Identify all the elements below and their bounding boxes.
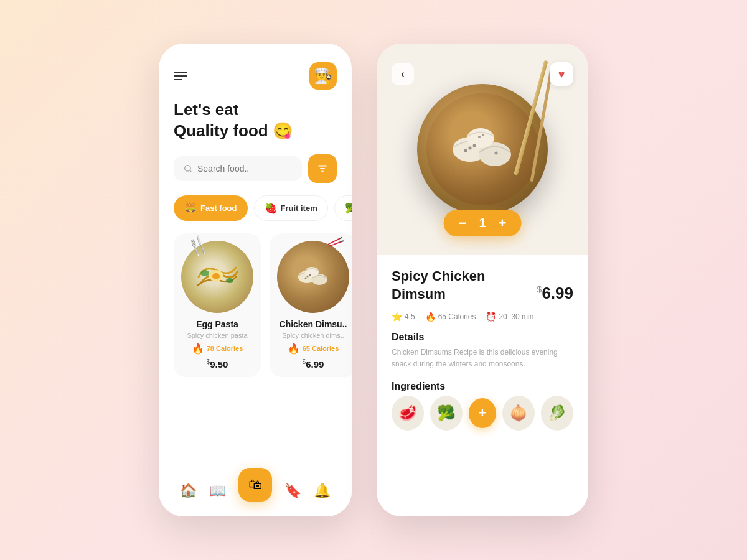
cart-fab-button[interactable]: 🛍 xyxy=(238,468,272,502)
svg-point-6 xyxy=(212,273,220,279)
svg-point-13 xyxy=(309,274,311,276)
search-row xyxy=(159,154,352,195)
avatar-emoji: 👨‍🍳 xyxy=(314,67,332,85)
bookmark-nav-icon[interactable]: 🔖 xyxy=(284,483,301,499)
greeting-line2: Quality food 😋 xyxy=(174,121,293,140)
dish-title: Spicy Chicken Dimsum xyxy=(392,268,537,303)
left-phone: 👨‍🍳 Let's eat Quality food 😋 🍔 Fa xyxy=(159,44,352,516)
left-header: 👨‍🍳 xyxy=(159,44,352,100)
search-box xyxy=(174,156,302,181)
favorite-button[interactable]: ♥ xyxy=(550,62,573,86)
fruit-emoji: 🍓 xyxy=(265,202,277,214)
hero-bowl xyxy=(417,84,548,215)
svg-point-23 xyxy=(495,152,498,155)
bottom-nav: 🏠 📖 🛍 🔖 🔔 xyxy=(159,469,352,516)
category-row: 🍔 Fast food 🍓 Fruit item 🥦 Veget.. xyxy=(159,195,352,233)
dimsum-calories: 65 Calories xyxy=(303,345,339,352)
food-card-chicken-dimsum[interactable]: 🥢 xyxy=(270,233,352,377)
greeting-section: Let's eat Quality food 😋 xyxy=(159,100,352,154)
fire-icon: 🔥 xyxy=(192,343,204,355)
fast-food-label: Fast food xyxy=(200,203,237,213)
category-fruit-item[interactable]: 🍓 Fruit item xyxy=(254,195,328,221)
svg-point-17 xyxy=(467,128,494,148)
filter-button[interactable] xyxy=(308,154,337,183)
back-button[interactable]: ‹ xyxy=(392,63,414,85)
dimsum-desc: Spicy chicken dims.. xyxy=(277,332,349,339)
svg-point-19 xyxy=(473,144,476,147)
ingredient-broccoli: 🥦 xyxy=(430,396,463,431)
category-fast-food[interactable]: 🍔 Fast food xyxy=(174,195,248,221)
dimsum-image xyxy=(277,241,349,313)
star-icon: ⭐ xyxy=(392,312,402,322)
quantity-pill: − 1 + xyxy=(444,210,522,236)
more-ingredients-button[interactable]: + xyxy=(469,398,496,428)
fire-icon-2: 🔥 xyxy=(288,343,300,355)
dish-price: $6.99 xyxy=(537,284,573,303)
right-phone: − 1 + ‹ ♥ Spicy Chicken Dimsum xyxy=(377,44,588,516)
dimsum-calories-row: 🔥 65 Calories xyxy=(277,343,349,355)
category-vegetable[interactable]: 🥦 Veget.. xyxy=(334,195,352,221)
bell-nav-icon[interactable]: 🔔 xyxy=(314,483,331,499)
time-item: ⏰ 20–30 min xyxy=(486,312,533,322)
veg-emoji: 🥦 xyxy=(345,202,352,214)
clock-icon: ⏰ xyxy=(486,312,496,322)
search-input[interactable] xyxy=(197,164,292,174)
svg-point-7 xyxy=(200,270,209,276)
dimsum-name: Chicken Dimsu.. xyxy=(277,319,349,329)
rating-value: 4.5 xyxy=(405,312,415,321)
filter-icon xyxy=(317,163,328,174)
fire-icon-detail: 🔥 xyxy=(425,312,436,322)
greeting-line1: Let's eat xyxy=(174,100,238,119)
pasta-name: Egg Pasta xyxy=(181,319,253,329)
svg-point-22 xyxy=(482,134,484,136)
ingredients-title: Ingredients xyxy=(392,381,573,392)
ingredients-row: 🥩 🥦 + 🧅 🥬 xyxy=(392,396,573,431)
dimsum-price: $6.99 xyxy=(277,358,349,370)
food-card-egg-pasta[interactable]: 🍴 xyxy=(174,233,261,377)
pasta-calories-row: 🔥 78 Calories xyxy=(181,343,253,355)
quantity-plus-button[interactable]: + xyxy=(499,217,507,230)
ingredient-cabbage: 🥬 xyxy=(541,396,573,431)
heart-icon: ♥ xyxy=(558,68,565,81)
pasta-desc: Spicy chicken pasta xyxy=(181,332,253,339)
svg-point-21 xyxy=(478,136,481,138)
svg-point-20 xyxy=(464,149,467,152)
fast-food-emoji: 🍔 xyxy=(184,202,197,214)
book-nav-icon[interactable]: 📖 xyxy=(209,483,226,499)
search-icon xyxy=(184,164,192,174)
rating-item: ⭐ 4.5 xyxy=(392,312,415,322)
meta-row: ⭐ 4.5 🔥 65 Calories ⏰ 20–30 min xyxy=(392,312,573,322)
ingredient-onion: 🧅 xyxy=(502,396,535,431)
right-content: − 1 + ‹ ♥ Spicy Chicken Dimsum xyxy=(377,44,588,516)
right-details: Spicy Chicken Dimsum $6.99 ⭐ 4.5 🔥 65 Ca… xyxy=(377,255,588,437)
calories-value: 65 Calories xyxy=(438,312,476,321)
menu-button[interactable] xyxy=(174,72,187,80)
home-nav-icon[interactable]: 🏠 xyxy=(180,483,197,499)
svg-point-8 xyxy=(226,278,233,283)
details-description: Chicken Dimsums Recipe is this delicious… xyxy=(392,347,573,370)
ingredient-meat: 🥩 xyxy=(392,396,424,431)
svg-line-1 xyxy=(190,170,192,172)
svg-point-18 xyxy=(469,147,472,150)
quantity-display: 1 xyxy=(479,216,486,230)
pasta-calories: 78 Calories xyxy=(207,345,243,352)
time-value: 20–30 min xyxy=(499,312,533,321)
details-section-title: Details xyxy=(392,332,573,343)
calories-item: 🔥 65 Calories xyxy=(425,312,476,322)
avatar-button[interactable]: 👨‍🍳 xyxy=(309,62,337,90)
svg-point-12 xyxy=(307,276,309,278)
back-icon: ‹ xyxy=(401,68,404,80)
cart-icon: 🛍 xyxy=(248,477,262,493)
food-cards-row: 🍴 xyxy=(159,233,352,377)
svg-point-14 xyxy=(305,278,307,279)
quantity-minus-button[interactable]: − xyxy=(459,217,467,230)
fruit-label: Fruit item xyxy=(281,203,317,213)
pasta-price: $9.50 xyxy=(181,358,253,370)
right-header: ‹ ♥ xyxy=(377,44,588,96)
title-price-row: Spicy Chicken Dimsum $6.99 xyxy=(392,268,573,303)
